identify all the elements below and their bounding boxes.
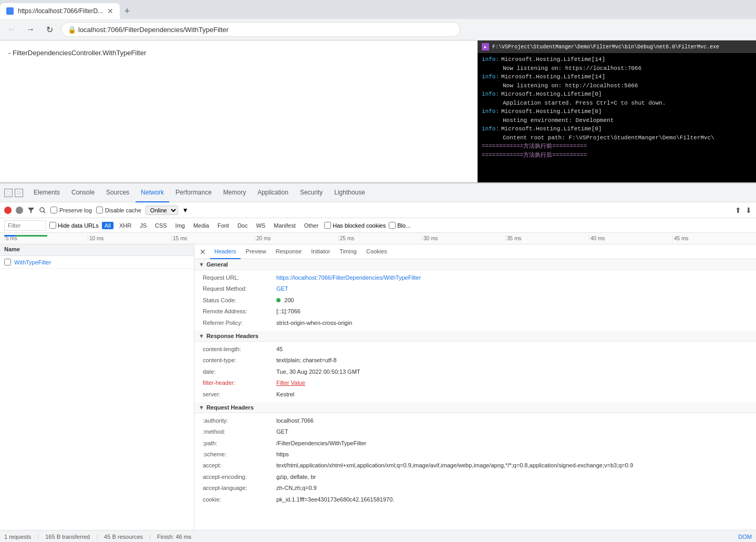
address-input[interactable]: 🔒 localhost:7066/FilterDependencies/With… (61, 22, 460, 37)
filter-css-button[interactable]: CSS (152, 222, 170, 229)
timeline-mark: 10 ms (88, 236, 171, 241)
url-display: localhost:7066/FilterDependencies/WithTy… (78, 26, 229, 34)
request-method-label: Request Method: (203, 285, 276, 293)
filter-js-button[interactable]: JS (137, 222, 149, 229)
response-headers-body: content-length: 45 content-type: text/pl… (194, 342, 756, 402)
devtools-tab-bar: ⬚ □ Elements Console Sources Network Per… (0, 183, 756, 202)
import-button[interactable]: ⬆ (735, 206, 741, 214)
terminal-line: info: Microsoft.Hosting.Lifetime[14] (482, 73, 752, 81)
tab-performance[interactable]: Performance (170, 183, 217, 202)
has-blocked-cookies-label: Has blocked cookies (324, 222, 386, 229)
terminal-line: info: Microsoft.Hosting.Lifetime[0] (482, 107, 752, 116)
referrer-policy-label: Referrer Policy: (203, 319, 276, 327)
filter-manifest-button[interactable]: Manifest (271, 222, 298, 229)
referrer-policy-row: Referrer Policy: strict-origin-when-cros… (194, 318, 756, 329)
method-value: GET (276, 428, 748, 436)
devtools-icons: ⬚ □ (4, 189, 23, 197)
date-value: Tue, 30 Aug 2022 00:50:13 GMT (276, 368, 748, 376)
timeline-mark: 40 ms (589, 236, 672, 241)
tab-bar: https://localhost:7066/FilterD... ✕ + (0, 0, 756, 19)
disable-cache-checkbox[interactable] (96, 207, 103, 213)
detail-tab-preview[interactable]: Preview (242, 244, 271, 259)
tab-memory[interactable]: Memory (218, 183, 251, 202)
request-headers-arrow-icon: ▼ (199, 404, 204, 411)
tab-elements[interactable]: Elements (28, 183, 65, 202)
hide-data-urls-checkbox[interactable] (49, 222, 56, 229)
new-tab-button[interactable]: + (120, 4, 134, 18)
back-button[interactable]: ← (4, 22, 19, 37)
accept-value: text/html,application/xhtml+xml,applicat… (276, 462, 748, 469)
terminal-line: info: Microsoft.Hosting.Lifetime[0] (482, 90, 752, 99)
general-section-header[interactable]: ▼ General (194, 259, 756, 270)
detail-tab-response[interactable]: Response (272, 244, 306, 259)
request-url-value: https://localhost:7066/FilterDependencie… (276, 274, 748, 282)
throttle-select[interactable]: Online (146, 206, 178, 215)
content-length-label: content-length: (203, 345, 276, 353)
timeline-bar[interactable]: 5 ms 10 ms 15 ms 20 ms 25 ms 30 ms 35 ms… (0, 233, 756, 244)
terminal-content: info: Microsoft.Hosting.Lifetime[14] Now… (478, 53, 756, 182)
finish-time: Finish: 46 ms (157, 534, 191, 540)
clear-button[interactable] (16, 207, 23, 214)
remote-address-label: Remote Address: (203, 308, 276, 315)
network-list: Name WithTypeFilter (0, 244, 194, 530)
filter-ws-button[interactable]: WS (253, 222, 268, 229)
hide-data-urls-label: Hide data URLs (49, 222, 99, 229)
filter-xhr-button[interactable]: XHR (117, 222, 134, 229)
detail-tab-timing[interactable]: Timing (335, 244, 361, 259)
disable-cache-label: Disable cache (96, 207, 141, 213)
record-button[interactable] (4, 207, 12, 214)
general-section-title: General (206, 261, 228, 268)
request-method-row: Request Method: GET (194, 283, 756, 294)
filter-input[interactable] (4, 220, 46, 231)
status-code-row: Status Code: 200 (194, 295, 756, 306)
reload-button[interactable]: ↻ (42, 22, 57, 37)
forward-button[interactable]: → (23, 22, 38, 37)
close-detail-button[interactable]: ✕ (196, 248, 209, 256)
scheme-value: https (276, 451, 748, 458)
tab-close-button[interactable]: ✕ (107, 7, 113, 15)
filter-other-button[interactable]: Other (302, 222, 322, 229)
terminal-line: Now listening on: https://localhost:7066 (482, 64, 752, 73)
accept-encoding-label: accept-encoding: (203, 473, 276, 481)
timeline-mark: 45 ms (672, 236, 756, 241)
filter-header-label: filter-header: (203, 379, 276, 387)
cookie-label: cookie: (203, 496, 276, 504)
filter-img-button[interactable]: Img (173, 222, 188, 229)
has-blocked-cookies-checkbox[interactable] (324, 222, 331, 229)
detail-tab-headers[interactable]: Headers (210, 244, 241, 259)
filter-all-button[interactable]: All (102, 222, 113, 229)
tab-favicon (6, 7, 14, 15)
date-label: date: (203, 368, 276, 376)
timeline-mark: 25 ms (338, 236, 422, 241)
response-headers-section-header[interactable]: ▼ Response Headers (194, 331, 756, 342)
row-checkbox[interactable] (4, 259, 11, 265)
preserve-log-checkbox[interactable] (50, 207, 57, 213)
tab-title: https://localhost:7066/FilterD... (18, 7, 103, 15)
dom-button[interactable]: DOM (738, 534, 752, 540)
path-row: :path: /FilterDependencies/WithTypeFilte… (194, 438, 756, 449)
filter-doc-button[interactable]: Doc (235, 222, 251, 229)
tab-application[interactable]: Application (252, 183, 294, 202)
filter-icon[interactable] (27, 207, 35, 214)
request-method-value: GET (276, 285, 748, 293)
detail-tab-initiator[interactable]: Initiator (307, 244, 334, 259)
filter-font-button[interactable]: Font (215, 222, 232, 229)
blocked-checkbox[interactable] (389, 222, 396, 229)
tab-network[interactable]: Network (136, 183, 169, 202)
tab-sources[interactable]: Sources (101, 183, 134, 202)
tab-lighthouse[interactable]: Lighthouse (329, 183, 370, 202)
detail-tab-cookies[interactable]: Cookies (362, 244, 391, 259)
filter-media-button[interactable]: Media (191, 222, 212, 229)
browser-tab[interactable]: https://localhost:7066/FilterD... ✕ (0, 3, 120, 19)
status-code-label: Status Code: (203, 296, 276, 304)
path-value: /FilterDependencies/WithTypeFilter (276, 439, 748, 447)
svg-marker-0 (28, 208, 34, 213)
network-row[interactable]: WithTypeFilter (0, 256, 194, 269)
inspect-icon[interactable]: ⬚ (4, 189, 13, 197)
tab-console[interactable]: Console (66, 183, 100, 202)
tab-security[interactable]: Security (295, 183, 328, 202)
request-headers-section-header[interactable]: ▼ Request Headers (194, 402, 756, 413)
export-button[interactable]: ⬇ (745, 206, 752, 214)
device-icon[interactable]: □ (15, 189, 23, 197)
search-icon[interactable] (39, 207, 46, 214)
